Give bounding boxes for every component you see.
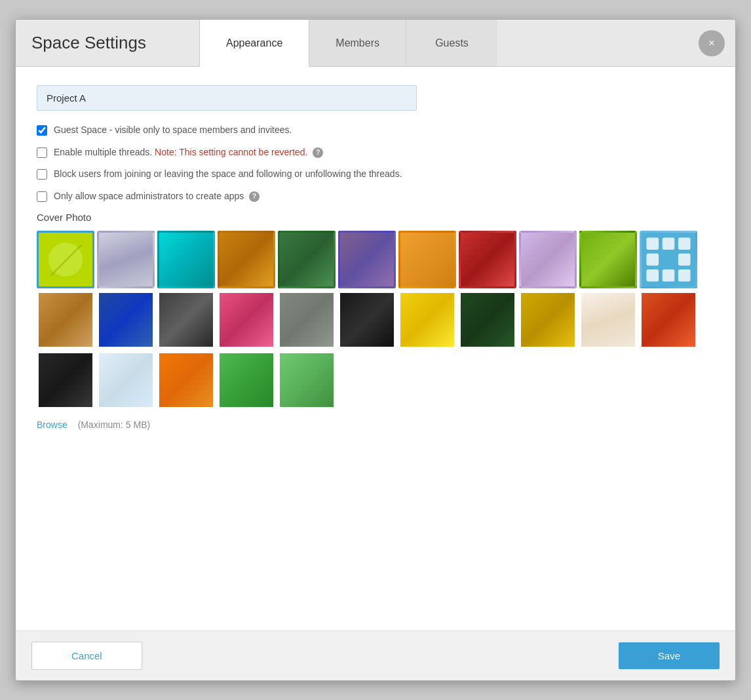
cover-photo-grid [37, 231, 714, 409]
photo-item[interactable] [97, 351, 155, 409]
photo-item[interactable] [579, 231, 637, 288]
photo-item[interactable] [519, 231, 577, 288]
tab-members[interactable]: Members [309, 20, 406, 66]
svg-rect-6 [678, 238, 691, 250]
photo-item[interactable] [640, 231, 697, 288]
checkbox-threads-row: Enable multiple threads. Note: This sett… [37, 146, 714, 159]
admin-help-icon[interactable]: ? [249, 191, 260, 202]
photo-item[interactable] [97, 231, 155, 288]
photo-item[interactable] [37, 351, 94, 409]
dialog-title: Space Settings [16, 20, 199, 66]
checkbox-block-label: Block users from joining or leaving the … [54, 168, 402, 181]
svg-rect-5 [663, 238, 675, 250]
dialog-body: Guest Space - visible only to space memb… [16, 67, 735, 631]
checkbox-guest[interactable] [37, 125, 47, 136]
dialog-footer: Cancel Save [16, 631, 735, 680]
photo-item[interactable] [278, 231, 336, 288]
checkbox-admin-label: Only allow space administrators to creat… [54, 190, 260, 203]
cancel-button[interactable]: Cancel [31, 642, 142, 670]
tab-appearance[interactable]: Appearance [199, 20, 309, 67]
photo-item[interactable] [157, 291, 215, 349]
photo-item[interactable] [338, 291, 396, 349]
cover-photo-label: Cover Photo [37, 212, 714, 223]
svg-rect-8 [678, 254, 691, 266]
save-button[interactable]: Save [619, 642, 720, 669]
checkbox-guest-row: Guest Space - visible only to space memb… [37, 124, 714, 137]
svg-rect-4 [646, 238, 659, 250]
checkbox-threads-note: Note: This setting cannot be reverted. [155, 147, 307, 157]
checkbox-block-row: Block users from joining or leaving the … [37, 168, 714, 181]
browse-info: (Maximum: 5 MB) [78, 419, 150, 430]
close-button[interactable]: × [699, 30, 725, 56]
space-settings-dialog: Space Settings Appearance Members Guests… [15, 19, 736, 681]
photo-item[interactable] [218, 351, 275, 409]
checkbox-admin[interactable] [37, 191, 47, 202]
photo-item[interactable] [278, 291, 336, 349]
photo-item[interactable] [218, 231, 275, 288]
photo-item[interactable] [218, 291, 275, 349]
photo-item[interactable] [338, 231, 396, 288]
dialog-header: Space Settings Appearance Members Guests… [16, 20, 735, 67]
photo-item[interactable] [579, 291, 637, 349]
tab-bar: Appearance Members Guests [199, 20, 735, 66]
browse-row: Browse (Maximum: 5 MB) [37, 419, 714, 430]
photo-item[interactable] [640, 291, 697, 349]
photo-item[interactable] [459, 291, 516, 349]
checkbox-block[interactable] [37, 169, 47, 180]
threads-help-icon[interactable]: ? [313, 147, 323, 158]
photo-item[interactable] [157, 351, 215, 409]
photo-item[interactable] [157, 231, 215, 288]
photo-item[interactable] [459, 231, 516, 288]
photo-item[interactable] [519, 291, 577, 349]
browse-link[interactable]: Browse [37, 419, 67, 430]
svg-rect-10 [663, 269, 675, 282]
photo-item[interactable] [398, 291, 456, 349]
checkbox-guest-label: Guest Space - visible only to space memb… [54, 124, 292, 137]
photo-item[interactable] [37, 291, 94, 349]
photo-item[interactable] [97, 291, 155, 349]
checkbox-threads[interactable] [37, 147, 47, 158]
checkbox-threads-label: Enable multiple threads. Note: This sett… [54, 146, 323, 159]
photo-item[interactable] [278, 351, 336, 409]
svg-rect-11 [678, 269, 691, 282]
checkbox-admin-row: Only allow space administrators to creat… [37, 190, 714, 203]
space-name-input[interactable] [37, 85, 417, 111]
photo-item[interactable] [37, 231, 94, 288]
svg-rect-7 [646, 254, 659, 266]
svg-rect-9 [646, 269, 659, 282]
tab-guests[interactable]: Guests [406, 20, 497, 66]
photo-item[interactable] [398, 231, 456, 288]
